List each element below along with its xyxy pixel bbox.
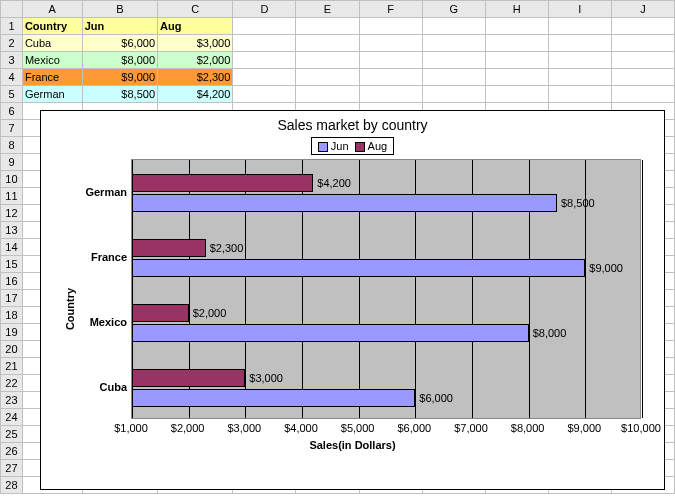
col-header[interactable]: D [233, 1, 296, 18]
row-header[interactable]: 28 [1, 477, 23, 494]
row-header[interactable]: 3 [1, 52, 23, 69]
cell[interactable] [485, 35, 548, 52]
cell[interactable] [485, 52, 548, 69]
row-header[interactable]: 25 [1, 426, 23, 443]
cell[interactable] [296, 69, 359, 86]
col-header[interactable]: G [422, 1, 485, 18]
row-header[interactable]: 7 [1, 120, 23, 137]
bar [132, 259, 585, 277]
cell[interactable] [296, 35, 359, 52]
cell[interactable]: Jun [82, 18, 157, 35]
cell[interactable]: $3,000 [158, 35, 233, 52]
row-header[interactable]: 23 [1, 392, 23, 409]
row-header[interactable]: 22 [1, 375, 23, 392]
row-header[interactable]: 4 [1, 69, 23, 86]
cell[interactable]: $2,300 [158, 69, 233, 86]
row-header[interactable]: 16 [1, 273, 23, 290]
cell[interactable] [296, 52, 359, 69]
cell[interactable] [611, 52, 674, 69]
category-label: Mexico [67, 316, 127, 328]
cell[interactable] [359, 86, 422, 103]
bar-label: $2,000 [193, 307, 227, 319]
cell[interactable] [296, 18, 359, 35]
row-header[interactable]: 8 [1, 137, 23, 154]
col-header[interactable]: E [296, 1, 359, 18]
row-header[interactable]: 13 [1, 222, 23, 239]
cell[interactable]: Country [22, 18, 82, 35]
cell[interactable]: Mexico [22, 52, 82, 69]
cell[interactable]: France [22, 69, 82, 86]
corner-cell[interactable] [1, 1, 23, 18]
cell[interactable] [359, 69, 422, 86]
cell[interactable]: Aug [158, 18, 233, 35]
cell[interactable] [233, 18, 296, 35]
row-header[interactable]: 12 [1, 205, 23, 222]
row-header[interactable]: 14 [1, 239, 23, 256]
x-tick-label: $4,000 [284, 422, 318, 434]
row-header[interactable]: 27 [1, 460, 23, 477]
cell[interactable] [485, 69, 548, 86]
cell[interactable] [611, 86, 674, 103]
row-header[interactable]: 5 [1, 86, 23, 103]
cell[interactable]: $6,000 [82, 35, 157, 52]
cell[interactable]: $4,200 [158, 86, 233, 103]
row-header[interactable]: 17 [1, 290, 23, 307]
cell[interactable] [233, 35, 296, 52]
col-header[interactable]: B [82, 1, 157, 18]
chart-legend: Jun Aug [311, 137, 394, 155]
chart[interactable]: Sales market by country Jun Aug Country … [40, 110, 665, 490]
cell[interactable] [611, 69, 674, 86]
cell[interactable] [548, 69, 611, 86]
row-header[interactable]: 11 [1, 188, 23, 205]
cell[interactable] [548, 86, 611, 103]
row-header[interactable]: 6 [1, 103, 23, 120]
cell[interactable] [548, 35, 611, 52]
cell[interactable]: German [22, 86, 82, 103]
cell[interactable] [422, 35, 485, 52]
col-header[interactable]: I [548, 1, 611, 18]
x-tick-label: $1,000 [114, 422, 148, 434]
cell[interactable] [548, 52, 611, 69]
row-header[interactable]: 18 [1, 307, 23, 324]
cell[interactable]: $9,000 [82, 69, 157, 86]
bar [132, 194, 557, 212]
bar [132, 389, 415, 407]
cell[interactable] [422, 18, 485, 35]
cell[interactable]: $8,500 [82, 86, 157, 103]
cell[interactable] [233, 52, 296, 69]
cell[interactable] [233, 86, 296, 103]
cell[interactable] [359, 35, 422, 52]
row-header[interactable]: 24 [1, 409, 23, 426]
row-header[interactable]: 20 [1, 341, 23, 358]
cell[interactable] [611, 35, 674, 52]
cell[interactable] [359, 52, 422, 69]
row-header[interactable]: 26 [1, 443, 23, 460]
col-header[interactable]: A [22, 1, 82, 18]
legend-label: Aug [368, 140, 388, 152]
cell[interactable] [611, 18, 674, 35]
cell[interactable] [422, 69, 485, 86]
cell[interactable] [359, 18, 422, 35]
cell[interactable]: Cuba [22, 35, 82, 52]
col-header[interactable]: F [359, 1, 422, 18]
cell[interactable] [485, 18, 548, 35]
col-header[interactable]: H [485, 1, 548, 18]
row-header[interactable]: 9 [1, 154, 23, 171]
row-header[interactable]: 21 [1, 358, 23, 375]
cell[interactable] [422, 52, 485, 69]
cell[interactable] [485, 86, 548, 103]
cell[interactable] [233, 69, 296, 86]
cell[interactable]: $2,000 [158, 52, 233, 69]
cell[interactable] [548, 18, 611, 35]
row-header[interactable]: 15 [1, 256, 23, 273]
col-header[interactable]: C [158, 1, 233, 18]
cell[interactable]: $8,000 [82, 52, 157, 69]
bar-label: $9,000 [589, 262, 623, 274]
row-header[interactable]: 10 [1, 171, 23, 188]
cell[interactable] [422, 86, 485, 103]
cell[interactable] [296, 86, 359, 103]
row-header[interactable]: 2 [1, 35, 23, 52]
col-header[interactable]: J [611, 1, 674, 18]
row-header[interactable]: 19 [1, 324, 23, 341]
row-header[interactable]: 1 [1, 18, 23, 35]
